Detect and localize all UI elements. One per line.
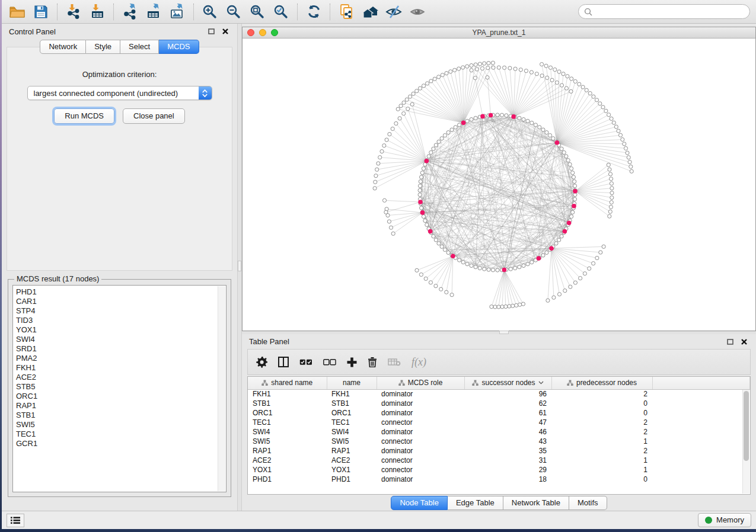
search-input[interactable] bbox=[596, 7, 744, 17]
column-header-successor-nodes[interactable]: successor nodes bbox=[464, 377, 551, 389]
result-node-item[interactable]: YOX1 bbox=[16, 325, 226, 335]
table-cell[interactable]: 43 bbox=[464, 437, 551, 446]
table-cell[interactable]: TEC1 bbox=[327, 418, 377, 427]
table-cell[interactable]: 31 bbox=[464, 456, 551, 465]
export-image-button[interactable] bbox=[165, 2, 189, 21]
table-cell[interactable]: SWI5 bbox=[327, 437, 377, 446]
network-canvas[interactable] bbox=[243, 39, 755, 331]
table-cell[interactable]: ORC1 bbox=[327, 408, 377, 418]
table-cell[interactable]: RAP1 bbox=[248, 446, 327, 456]
table-cell[interactable]: FKH1 bbox=[327, 389, 377, 399]
table-cell[interactable]: 2 bbox=[551, 389, 652, 399]
close-panel-button[interactable] bbox=[739, 337, 749, 347]
table-cell[interactable]: RAP1 bbox=[327, 446, 377, 456]
table-cell[interactable]: ORC1 bbox=[248, 408, 327, 418]
mcds-result-list[interactable]: PHD1CAR1STP4TID3YOX1SWI4SRD1PMA2FKH1ACE2… bbox=[12, 285, 227, 492]
table-row[interactable]: PHD1PHD1dominator180 bbox=[248, 475, 750, 484]
close-panel-action-button[interactable]: Close panel bbox=[123, 108, 185, 124]
table-cell[interactable]: PHD1 bbox=[327, 475, 377, 484]
node-table[interactable]: shared namenameMCDS rolesuccessor nodesp… bbox=[248, 377, 750, 484]
table-cell[interactable]: dominator bbox=[377, 475, 464, 484]
table-cell[interactable]: 46 bbox=[464, 427, 551, 437]
column-header-predecessor-nodes[interactable]: predecessor nodes bbox=[551, 377, 652, 389]
table-cell[interactable]: dominator bbox=[377, 389, 464, 399]
network-graph[interactable] bbox=[243, 39, 754, 331]
table-cell[interactable]: YOX1 bbox=[327, 465, 377, 475]
memory-status-button[interactable]: Memory bbox=[698, 513, 751, 527]
float-panel-button[interactable] bbox=[206, 27, 216, 36]
table-cell[interactable]: 0 bbox=[551, 408, 652, 418]
close-panel-button[interactable] bbox=[221, 27, 230, 36]
result-node-item[interactable]: TEC1 bbox=[16, 430, 226, 439]
splitter-handle[interactable] bbox=[238, 261, 241, 271]
result-node-item[interactable]: STB5 bbox=[16, 382, 226, 392]
table-cell[interactable]: 2 bbox=[551, 446, 652, 456]
table-cell[interactable]: SWI4 bbox=[248, 427, 327, 437]
table-cell[interactable]: ACE2 bbox=[327, 456, 377, 465]
deselect-all-button[interactable] bbox=[323, 359, 336, 366]
tab-node-table[interactable]: Node Table bbox=[391, 496, 448, 510]
show-task-history-button[interactable] bbox=[7, 514, 24, 527]
table-cell[interactable]: connector bbox=[377, 456, 464, 465]
result-node-item[interactable]: ORC1 bbox=[16, 392, 226, 401]
zoom-in-button[interactable] bbox=[198, 2, 222, 21]
result-node-item[interactable]: PMA2 bbox=[16, 354, 226, 363]
result-node-item[interactable]: STB1 bbox=[16, 411, 226, 420]
tab-select[interactable]: Select bbox=[120, 40, 159, 54]
create-column-button[interactable] bbox=[347, 357, 357, 367]
table-cell[interactable]: 18 bbox=[464, 475, 551, 484]
table-cell[interactable]: 96 bbox=[464, 389, 551, 399]
table-cell[interactable]: SWI5 bbox=[248, 437, 327, 446]
table-cell[interactable]: 1 bbox=[551, 456, 652, 465]
result-node-item[interactable]: GCR1 bbox=[16, 439, 226, 448]
table-row[interactable]: SWI4SWI4dominator462 bbox=[248, 427, 750, 437]
apply-layout-button[interactable] bbox=[302, 2, 326, 21]
table-cell[interactable]: ACE2 bbox=[248, 456, 327, 465]
table-row[interactable]: FKH1FKH1dominator962 bbox=[248, 389, 750, 399]
table-cell[interactable]: 61 bbox=[464, 408, 551, 418]
select-all-button[interactable] bbox=[299, 359, 312, 366]
horizontal-splitter[interactable] bbox=[242, 331, 756, 334]
table-cell[interactable]: YOX1 bbox=[248, 465, 327, 475]
table-cell[interactable]: dominator bbox=[377, 399, 464, 408]
table-cell[interactable]: 2 bbox=[551, 418, 652, 427]
column-header-shared-name[interactable]: shared name bbox=[248, 377, 327, 389]
export-network-button[interactable] bbox=[118, 2, 142, 21]
result-node-item[interactable]: STP4 bbox=[16, 306, 226, 316]
table-row[interactable]: ACE2ACE2connector311 bbox=[248, 456, 750, 465]
save-session-button[interactable] bbox=[29, 2, 53, 21]
table-row[interactable]: TEC1TEC1connector472 bbox=[248, 418, 750, 427]
table-cell[interactable]: dominator bbox=[377, 408, 464, 418]
export-table-button[interactable] bbox=[142, 2, 165, 21]
table-cell[interactable]: 1 bbox=[551, 465, 652, 475]
table-settings-button[interactable] bbox=[256, 357, 267, 368]
float-panel-button[interactable] bbox=[725, 337, 735, 347]
table-cell[interactable]: dominator bbox=[377, 446, 464, 456]
table-scrollbar[interactable] bbox=[742, 390, 749, 493]
table-cell[interactable]: 47 bbox=[464, 418, 551, 427]
table-cell[interactable]: connector bbox=[377, 437, 464, 446]
clone-network-button[interactable] bbox=[334, 2, 358, 21]
table-cell[interactable]: SWI4 bbox=[327, 427, 377, 437]
network-window-titlebar[interactable]: YPA_prune.txt_1 bbox=[243, 27, 755, 39]
result-node-item[interactable]: CAR1 bbox=[16, 297, 226, 306]
table-cell[interactable]: connector bbox=[377, 418, 464, 427]
result-node-item[interactable]: SRD1 bbox=[16, 344, 226, 354]
delete-column-button[interactable] bbox=[368, 357, 377, 367]
list-scrollbar[interactable] bbox=[218, 286, 225, 491]
result-node-item[interactable]: ACE2 bbox=[16, 373, 226, 382]
result-node-item[interactable]: SWI4 bbox=[16, 335, 226, 344]
zoom-selected-button[interactable] bbox=[269, 2, 293, 21]
table-cell[interactable]: connector bbox=[377, 465, 464, 475]
table-cell[interactable]: 1 bbox=[551, 437, 652, 446]
zoom-fit-button[interactable] bbox=[245, 2, 269, 21]
table-cell[interactable]: 35 bbox=[464, 446, 551, 456]
show-column-panel-button[interactable] bbox=[278, 357, 289, 367]
result-node-item[interactable]: PHD1 bbox=[16, 287, 226, 297]
zoom-out-button[interactable] bbox=[222, 2, 245, 21]
show-all-button[interactable] bbox=[406, 2, 429, 21]
table-cell[interactable]: 0 bbox=[551, 399, 652, 408]
splitter-handle[interactable] bbox=[499, 331, 509, 334]
table-cell[interactable]: 2 bbox=[551, 427, 652, 437]
tab-network[interactable]: Network bbox=[40, 40, 86, 54]
